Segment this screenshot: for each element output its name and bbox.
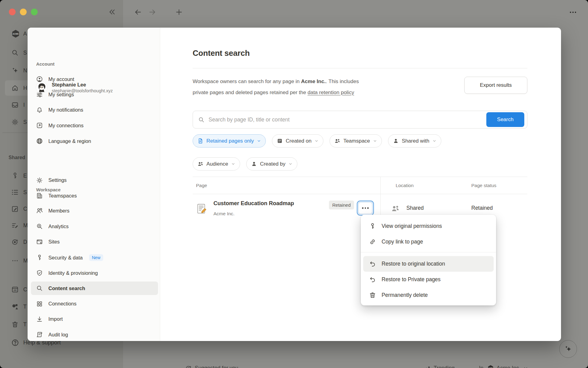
sidebar-item-label: Members [48, 208, 70, 214]
backdrop-shared-page-6[interactable]: M [11, 256, 19, 266]
filter-chip-teamspace[interactable]: Teamspace [330, 134, 382, 148]
calendar-icon [277, 138, 283, 144]
ai-assistant-button[interactable] [559, 340, 577, 358]
forward-arrow-button[interactable] [148, 8, 156, 16]
export-results-button[interactable]: Export results [464, 77, 527, 94]
sidebar-item-connections[interactable]: Connections [31, 297, 158, 311]
sidebar-item-audit-log[interactable]: Audit log [31, 328, 158, 341]
filter-chip-label: Created on [286, 138, 311, 144]
backdrop-templates[interactable]: T [11, 302, 19, 312]
retained-badge: Retained [329, 201, 354, 209]
backdrop-settings[interactable]: S [11, 117, 19, 127]
backdrop-inbox[interactable]: I [11, 100, 19, 110]
backdrop-calendar[interactable]: 20C [11, 285, 19, 294]
sidebar-item-analytics[interactable]: Analytics [31, 220, 158, 233]
minimize-window-button[interactable] [20, 9, 27, 15]
menu-item-view-original-permissions[interactable]: View original permissions [363, 218, 494, 234]
suggested-for-you-tab[interactable]: Suggested for you [185, 361, 238, 368]
menu-item-permanently-delete[interactable]: Permanently delete [363, 287, 494, 303]
page-title-cell[interactable]: Customer Education Roadmap [213, 200, 294, 207]
page-workspace: Acme Inc. [213, 211, 235, 217]
sidebar-item-language-region[interactable]: Language & region [31, 134, 158, 148]
filter-chip-shared-with[interactable]: Shared with [388, 134, 441, 148]
trending-tab[interactable]: Trending [424, 361, 454, 368]
table-top-divider [193, 177, 527, 177]
backdrop-shared-page-1[interactable]: E [11, 171, 19, 181]
undo-icon [369, 276, 376, 283]
column-header-location: Location [396, 183, 414, 188]
question-icon [11, 339, 19, 347]
building-icon [36, 192, 43, 199]
collapse-sidebar-icon [108, 8, 116, 16]
data-retention-policy-link[interactable]: data retention policy [307, 90, 354, 95]
person-fill-icon [393, 138, 399, 144]
new-tab-plus-button[interactable] [175, 8, 183, 16]
sliders-icon [36, 91, 43, 98]
sidebar-item-content-search[interactable]: Content search [31, 282, 158, 295]
target-icon [185, 365, 192, 368]
filter-chips: Retained pages onlyCreated onTeamspaceSh… [193, 134, 533, 171]
menu-item-restore-to-private-pages[interactable]: Restore to Private pages [363, 272, 494, 287]
sidebar-item-import[interactable]: Import [31, 312, 158, 326]
sidebar-item-label: Content search [48, 286, 85, 291]
person-fill-icon [251, 161, 257, 167]
new-tab-plus-icon [175, 8, 183, 16]
backdrop-notion-ai[interactable]: N [11, 66, 19, 75]
filter-chip-label: Audience [206, 161, 228, 167]
sidebar-item-sites[interactable]: Sites [31, 235, 158, 249]
sidebar-item-members[interactable]: Members [31, 204, 158, 217]
doc-icon [197, 138, 204, 144]
page-memo-icon [196, 203, 207, 214]
page-status-cell: Retained [471, 205, 493, 211]
arrow-box-icon [36, 122, 43, 129]
shapes-icon [11, 303, 19, 311]
acme-logo-icon: ACME [487, 365, 494, 368]
sidebar-item-identity-provisioning[interactable]: Identity & provisioning [31, 266, 158, 280]
title-divider [193, 68, 527, 68]
zoom-window-button[interactable] [31, 9, 38, 15]
sidebar-item-settings[interactable]: Settings [31, 174, 158, 187]
filter-chip-created-on[interactable]: Created on [272, 134, 323, 148]
search-button[interactable]: Search [486, 112, 524, 127]
filter-chip-created-by[interactable]: Created by [246, 157, 297, 171]
search-input[interactable] [208, 116, 486, 123]
row-more-button[interactable] [357, 201, 374, 216]
globe-icon [36, 137, 43, 145]
backdrop-trash[interactable]: T [11, 320, 19, 329]
workspace-switcher[interactable]: In ACMEAcme Inc. [479, 361, 528, 368]
sidebar-item-my-notifications[interactable]: My notifications [31, 103, 158, 117]
forward-arrow-icon [148, 8, 156, 16]
sidebar-item-label: Audit log [48, 332, 68, 338]
menu-item-restore-to-original-location[interactable]: Restore to original location [363, 256, 494, 272]
gear-icon [36, 177, 43, 184]
sidebar-item-security-data[interactable]: Security & dataNew [31, 251, 158, 264]
target-icon [185, 365, 192, 368]
backdrop-shared-page-4[interactable]: M [11, 220, 19, 230]
inbox-icon [11, 101, 19, 109]
backdrop-shared-page-5[interactable]: D [11, 237, 19, 247]
back-arrow-icon [134, 8, 142, 16]
sidebar-item-my-account[interactable]: My account [31, 72, 158, 86]
sidebar-item-label: Settings [48, 177, 67, 183]
backdrop-shared-page-3[interactable]: C [11, 204, 19, 214]
edit-box-icon [11, 205, 19, 213]
sidebar-item-teamspaces[interactable]: Teamspaces [31, 189, 158, 202]
more-horizontal-button[interactable] [568, 8, 578, 17]
menu-item-label: Restore to Private pages [382, 276, 441, 283]
filter-chip-retained-pages-only[interactable]: Retained pages only [193, 134, 266, 148]
close-window-button[interactable] [9, 9, 16, 15]
collapse-sidebar-button[interactable] [108, 8, 116, 16]
sidebar-item-my-settings[interactable]: My settings [31, 88, 158, 102]
backdrop-search[interactable]: S [11, 48, 19, 58]
filter-chip-audience[interactable]: Audience [193, 157, 240, 171]
menu-item-copy-link-to-page[interactable]: Copy link to page [363, 234, 494, 250]
sidebar-item-label: My connections [48, 123, 84, 128]
sidebar-item-my-connections[interactable]: My connections [31, 119, 158, 132]
menu-item-label: Permanently delete [382, 292, 428, 298]
backdrop-shared-page-2[interactable]: S [11, 187, 19, 197]
link-icon [369, 238, 376, 246]
backdrop-workspace-logo[interactable]: ACMEA [11, 29, 20, 39]
back-arrow-button[interactable] [134, 8, 142, 16]
scroll-icon [36, 331, 43, 338]
backdrop-home[interactable]: H [11, 83, 19, 93]
